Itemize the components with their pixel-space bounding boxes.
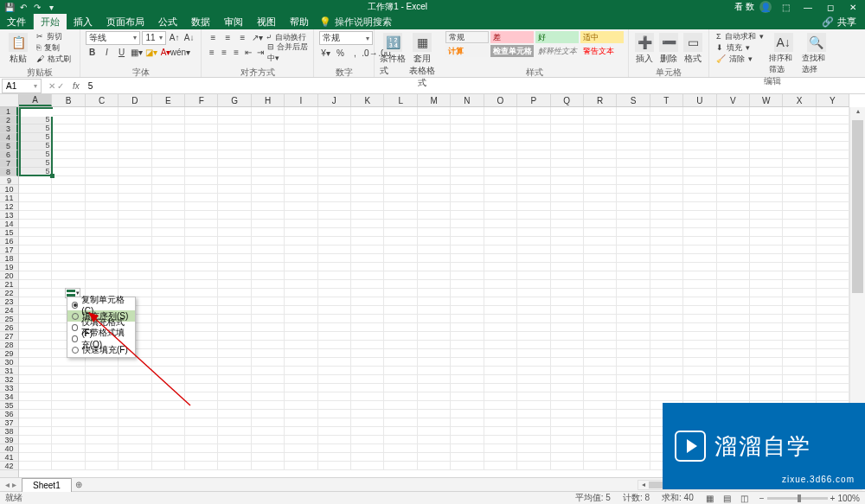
cell[interactable] xyxy=(218,332,251,341)
cell[interactable] xyxy=(517,263,550,271)
user-avatar-icon[interactable]: 👤 xyxy=(759,1,772,13)
cell[interactable] xyxy=(418,185,451,194)
cell[interactable] xyxy=(318,332,351,341)
sheet-nav-prev-icon[interactable]: ◂ xyxy=(5,480,10,489)
cell[interactable] xyxy=(185,124,218,133)
cell[interactable] xyxy=(285,453,317,462)
cell[interactable] xyxy=(817,176,849,185)
cell[interactable] xyxy=(318,289,351,297)
cell[interactable] xyxy=(152,133,185,142)
cell[interactable] xyxy=(185,228,218,237)
column-headers[interactable]: ABCDEFGHIJKLMNOPQRSTUVWXY xyxy=(19,94,849,107)
tab-file[interactable]: 文件 xyxy=(0,14,34,29)
cell[interactable] xyxy=(185,392,218,401)
cell[interactable] xyxy=(783,211,816,220)
cell[interactable] xyxy=(451,124,484,133)
cell[interactable] xyxy=(152,150,185,159)
cell[interactable] xyxy=(152,246,185,254)
row-header[interactable]: 19 xyxy=(0,263,18,271)
cell[interactable] xyxy=(650,254,683,263)
cell[interactable] xyxy=(451,220,484,228)
cell[interactable] xyxy=(418,306,451,315)
cell[interactable] xyxy=(617,375,650,384)
cell[interactable] xyxy=(152,418,185,427)
cell[interactable] xyxy=(783,168,816,176)
cell[interactable] xyxy=(318,228,351,237)
cell[interactable] xyxy=(551,254,584,263)
cell[interactable] xyxy=(351,116,384,124)
cell[interactable] xyxy=(683,124,716,133)
cell[interactable] xyxy=(285,246,317,254)
cell[interactable] xyxy=(218,116,251,124)
cell[interactable] xyxy=(252,401,285,410)
cell[interactable] xyxy=(185,358,218,367)
row-header[interactable]: 22 xyxy=(0,289,18,297)
cell[interactable] xyxy=(584,150,617,159)
cell[interactable] xyxy=(817,297,849,306)
cell[interactable] xyxy=(617,444,650,453)
cell[interactable] xyxy=(185,194,218,202)
cell[interactable] xyxy=(185,436,218,444)
cell[interactable] xyxy=(817,384,849,392)
cell[interactable] xyxy=(418,462,451,470)
row-header[interactable]: 38 xyxy=(0,427,18,436)
cell[interactable] xyxy=(418,323,451,332)
cell[interactable] xyxy=(650,142,683,150)
cell[interactable] xyxy=(52,142,85,150)
cell[interactable] xyxy=(484,280,517,289)
cell[interactable] xyxy=(351,341,384,349)
cell[interactable] xyxy=(152,176,185,185)
cell[interactable] xyxy=(252,323,285,332)
cell[interactable] xyxy=(551,462,584,470)
cell[interactable] xyxy=(617,168,650,176)
cell[interactable] xyxy=(351,263,384,271)
cell[interactable] xyxy=(551,384,584,392)
row-header[interactable]: 35 xyxy=(0,401,18,410)
cell[interactable] xyxy=(717,297,750,306)
cell[interactable] xyxy=(551,392,584,401)
cell[interactable] xyxy=(551,401,584,410)
cell[interactable] xyxy=(119,436,151,444)
cell[interactable] xyxy=(218,341,251,349)
cell[interactable] xyxy=(750,211,783,220)
cell[interactable] xyxy=(285,124,317,133)
cell[interactable] xyxy=(451,349,484,358)
cell[interactable] xyxy=(451,254,484,263)
cell[interactable] xyxy=(683,297,716,306)
cell[interactable] xyxy=(52,168,85,176)
cell[interactable] xyxy=(451,323,484,332)
cell[interactable] xyxy=(817,392,849,401)
cell[interactable] xyxy=(418,453,451,462)
cell[interactable] xyxy=(551,297,584,306)
cell[interactable] xyxy=(318,358,351,367)
cell[interactable] xyxy=(451,297,484,306)
cell[interactable] xyxy=(584,297,617,306)
cell[interactable] xyxy=(783,116,816,124)
cell[interactable] xyxy=(351,462,384,470)
cell[interactable] xyxy=(19,427,52,436)
cell[interactable] xyxy=(683,142,716,150)
cell[interactable] xyxy=(517,220,550,228)
cell[interactable] xyxy=(252,211,285,220)
cell[interactable] xyxy=(750,159,783,168)
cell[interactable] xyxy=(185,375,218,384)
name-box[interactable]: A1▾ xyxy=(2,79,42,93)
cell[interactable] xyxy=(318,392,351,401)
cell[interactable] xyxy=(484,228,517,237)
cell[interactable] xyxy=(683,341,716,349)
cell[interactable] xyxy=(318,453,351,462)
col-header[interactable]: M xyxy=(418,94,451,106)
cell[interactable] xyxy=(750,280,783,289)
cell[interactable] xyxy=(318,107,351,116)
cell[interactable] xyxy=(185,254,218,263)
cell[interactable] xyxy=(252,150,285,159)
cell[interactable] xyxy=(285,271,317,280)
cell[interactable] xyxy=(717,116,750,124)
cell[interactable] xyxy=(817,323,849,332)
cell[interactable] xyxy=(584,323,617,332)
cell[interactable] xyxy=(484,349,517,358)
style-warning[interactable]: 警告文本 xyxy=(580,45,624,57)
cell[interactable] xyxy=(218,220,251,228)
cell[interactable] xyxy=(351,367,384,375)
cell[interactable] xyxy=(484,392,517,401)
